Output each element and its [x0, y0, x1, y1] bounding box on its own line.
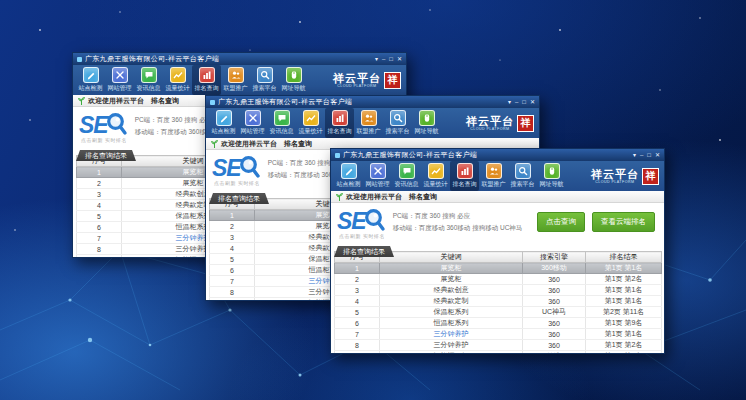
table-row[interactable]: 9智能恒温柜搜狗第1页 第1名	[335, 351, 662, 355]
cell-rank: 第1页 第1名	[586, 351, 662, 355]
toolbar-item-rank-query[interactable]: 排名查询	[192, 65, 221, 95]
seo-tagline: 点击刷新 实时排名	[214, 180, 260, 186]
main-toolbar: 站点检测 网站管理 资讯信息 流量统计	[206, 108, 539, 138]
toolbar-item-url-nav[interactable]: 网址导航	[279, 65, 308, 95]
dropdown-icon[interactable]: ▾	[375, 56, 378, 62]
app-window-front: 广东九鼎王服饰有限公司-祥云平台客户端 ▾ – □ ✕ 站点检测 网站管理	[330, 148, 665, 354]
cell-engine: 360	[523, 329, 586, 340]
toolbar-label: 联盟推广	[482, 180, 506, 189]
table-row[interactable]: 8三分钟养护360第1页 第2名	[335, 340, 662, 351]
cell-no: 7	[210, 276, 255, 287]
people-icon	[361, 110, 377, 126]
col-header-rank[interactable]: 排名结果	[586, 252, 662, 263]
toolbar-item-search-platform[interactable]: 搜索平台	[508, 161, 537, 191]
toolbar-label: 网址导航	[540, 180, 564, 189]
toolbar-label: 网址导航	[415, 127, 439, 136]
main-toolbar: 站点检测 网站管理 资讯信息 流量统计	[73, 65, 406, 95]
tools-icon	[245, 110, 261, 126]
seo-logo-text: SE	[337, 210, 366, 233]
cell-no: 9	[335, 351, 380, 355]
mouse-icon	[419, 110, 435, 126]
cell-no: 5	[77, 211, 122, 222]
close-icon[interactable]: ✕	[530, 99, 535, 105]
toolbar-item-search-platform[interactable]: 搜索平台	[250, 65, 279, 95]
toolbar-label: 排名查询	[328, 127, 352, 136]
line-chart-icon	[303, 110, 319, 126]
close-icon[interactable]: ✕	[655, 152, 660, 158]
table-row[interactable]: 1展览柜360移动第1页 第1名	[335, 263, 662, 274]
people-icon	[486, 163, 502, 179]
window-titlebar[interactable]: 广东九鼎王服饰有限公司-祥云平台客户端 ▾ – □ ✕	[73, 53, 406, 65]
sprout-icon	[211, 140, 218, 148]
window-titlebar[interactable]: 广东九鼎王服饰有限公司-祥云平台客户端 ▾ – □ ✕	[206, 96, 539, 108]
toolbar-label: 网址导航	[282, 84, 306, 93]
table-row[interactable]: 2展览柜360第1页 第2名	[335, 274, 662, 285]
search-icon	[515, 163, 531, 179]
toolbar-item-site-manage[interactable]: 网站管理	[238, 108, 267, 138]
toolbar-item-news[interactable]: 资讯信息	[267, 108, 296, 138]
cell-no: 3	[210, 232, 255, 243]
toolbar-item-site-check[interactable]: 站点检测	[209, 108, 238, 138]
table-row[interactable]: 6恒温柜系列360第1页 第9名	[335, 318, 662, 329]
toolbar-item-alliance-promo[interactable]: 联盟推广	[479, 161, 508, 191]
toolbar-item-news[interactable]: 资讯信息	[392, 161, 421, 191]
minimize-icon[interactable]: –	[382, 56, 385, 62]
window-titlebar[interactable]: 广东九鼎王服饰有限公司-祥云平台客户端 ▾ – □ ✕	[331, 149, 664, 161]
chat-icon	[399, 163, 415, 179]
tab-rank-results[interactable]: 排名查询结果	[334, 246, 394, 257]
maximize-icon[interactable]: □	[647, 152, 651, 158]
toolbar-label: 排名查询	[195, 84, 219, 93]
toolbar-item-site-manage[interactable]: 网站管理	[363, 161, 392, 191]
cell-rank: 第1页 第9名	[586, 318, 662, 329]
toolbar-item-site-check[interactable]: 站点检测	[76, 65, 105, 95]
welcome-text: 欢迎使用祥云平台	[221, 139, 277, 149]
cell-no: 8	[335, 340, 380, 351]
toolbar-item-url-nav[interactable]: 网址导航	[537, 161, 566, 191]
maximize-icon[interactable]: □	[389, 56, 393, 62]
cell-rank: 第1页 第2名	[586, 340, 662, 351]
query-button[interactable]: 点击查询	[537, 212, 585, 232]
toolbar-item-news[interactable]: 资讯信息	[134, 65, 163, 95]
col-header-keyword[interactable]: 关键词	[380, 252, 523, 263]
toolbar-item-traffic-stats[interactable]: 流量统计	[296, 108, 325, 138]
table-row[interactable]: 3经典款创意360第1页 第1名	[335, 285, 662, 296]
logo-subtext: CLOUD PLATFORM	[595, 180, 634, 184]
close-icon[interactable]: ✕	[397, 56, 402, 62]
view-cloud-rank-button[interactable]: 查看云端排名	[592, 212, 655, 232]
minimize-icon[interactable]: –	[640, 152, 643, 158]
toolbar-item-site-manage[interactable]: 网站管理	[105, 65, 134, 95]
welcome-section-label: 排名查询	[409, 192, 437, 202]
toolbar-item-alliance-promo[interactable]: 联盟推广	[354, 108, 383, 138]
cell-no: 3	[77, 189, 122, 200]
toolbar-label: 搜索平台	[511, 180, 535, 189]
toolbar-item-alliance-promo[interactable]: 联盟推广	[221, 65, 250, 95]
cell-no: 9	[210, 298, 255, 302]
toolbar-item-site-check[interactable]: 站点检测	[334, 161, 363, 191]
dropdown-icon[interactable]: ▾	[633, 152, 636, 158]
magnifier-icon	[106, 112, 128, 136]
app-icon	[210, 100, 215, 105]
toolbar-item-rank-query[interactable]: 排名查询	[450, 161, 479, 191]
tab-rank-results[interactable]: 排名查询结果	[209, 193, 269, 204]
tab-rank-results[interactable]: 排名查询结果	[76, 150, 136, 161]
logo-text: 祥云平台	[333, 73, 381, 84]
tools-icon	[112, 67, 128, 83]
maximize-icon[interactable]: □	[522, 99, 526, 105]
cell-no: 6	[77, 222, 122, 233]
minimize-icon[interactable]: –	[515, 99, 518, 105]
pencil-icon	[341, 163, 357, 179]
window-title: 广东九鼎王服饰有限公司-祥云平台客户端	[85, 54, 219, 64]
toolbar-item-traffic-stats[interactable]: 流量统计	[421, 161, 450, 191]
toolbar-item-url-nav[interactable]: 网址导航	[412, 108, 441, 138]
col-header-engine[interactable]: 搜索引擎	[523, 252, 586, 263]
toolbar-item-search-platform[interactable]: 搜索平台	[383, 108, 412, 138]
dropdown-icon[interactable]: ▾	[508, 99, 511, 105]
seo-panel: SE 点击刷新 实时排名 PC端：百度 360 搜狗 必应 移动端：百度移动 3…	[331, 203, 664, 240]
table-row[interactable]: 7三分钟养护360第1页 第1名	[335, 329, 662, 340]
toolbar-item-rank-query[interactable]: 排名查询	[325, 108, 354, 138]
toolbar-item-traffic-stats[interactable]: 流量统计	[163, 65, 192, 95]
seo-logo-text: SE	[79, 114, 108, 137]
logo-subtext: CLOUD PLATFORM	[337, 84, 376, 88]
table-row[interactable]: 4经典款定制360第1页 第1名	[335, 296, 662, 307]
table-row[interactable]: 5保温柜系列UC神马第2页 第11名	[335, 307, 662, 318]
